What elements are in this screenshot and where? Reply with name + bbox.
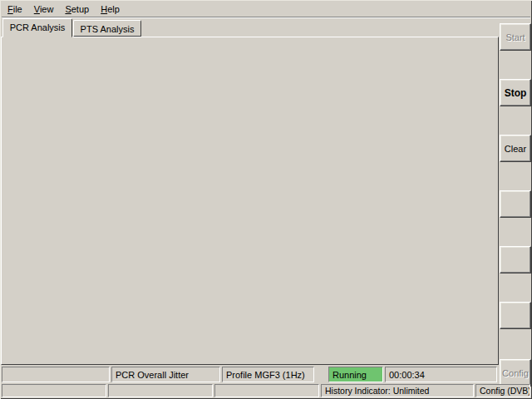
menu-view[interactable]: View (28, 2, 60, 16)
status-elapsed-cell: 00:00:34 (385, 367, 497, 382)
status-empty-cell (2, 367, 110, 382)
menu-setup[interactable]: Setup (59, 2, 95, 16)
status-running-cell: Running (328, 367, 383, 382)
menu-separator (2, 17, 530, 18)
stop-button[interactable]: Stop (500, 79, 531, 106)
status-history-cell: History Indicator: Unlimited (321, 384, 474, 397)
pcr-analysis-page (1, 37, 499, 365)
menu-bar: File View Setup Help (2, 2, 530, 17)
status2-empty-cell-3 (214, 384, 319, 397)
start-button[interactable]: Start (500, 23, 531, 51)
tab-pts-analysis[interactable]: PTS Analysis (73, 20, 141, 37)
app-window: File View Setup Help PCR Analysis PTS An… (0, 0, 532, 399)
menu-file[interactable]: File (2, 2, 28, 16)
blank-button-3[interactable] (500, 302, 531, 329)
status-profile-cell: Profile MGF3 (1Hz) (222, 367, 314, 382)
tab-pcr-analysis[interactable]: PCR Analysis (2, 18, 72, 37)
status-measurement-cell: PCR Overall Jitter (111, 367, 220, 382)
status2-empty-cell-1 (2, 384, 106, 397)
blank-button-1[interactable] (500, 190, 531, 218)
config-button[interactable]: Config (500, 359, 531, 387)
status2-empty-cell-2 (108, 384, 213, 397)
menu-help[interactable]: Help (95, 2, 126, 16)
clear-button[interactable]: Clear (500, 135, 531, 162)
status-config-cell: Config (DVB) (475, 384, 530, 397)
blank-button-2[interactable] (500, 246, 531, 273)
